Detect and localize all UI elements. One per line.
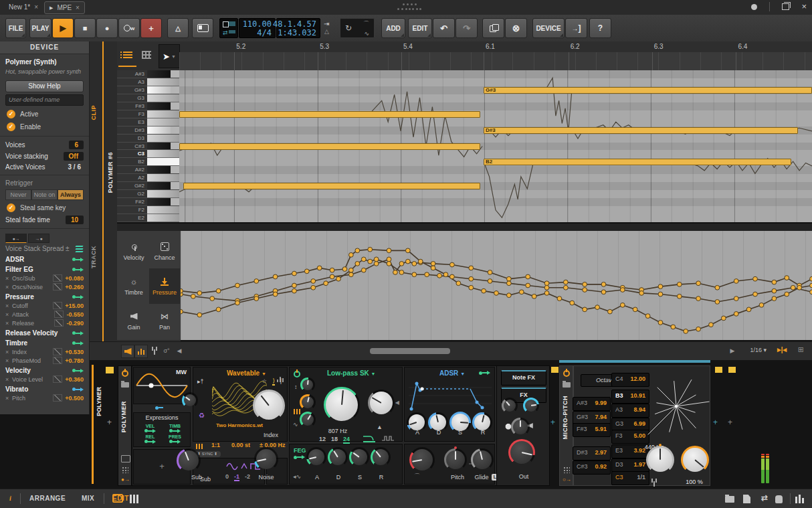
mod-target-oscs-noise[interactable]: ×Oscs/Noise+0.260 xyxy=(0,282,89,291)
record-button[interactable]: ● xyxy=(96,18,118,38)
mod-amount[interactable]: +0.080 xyxy=(65,275,84,282)
sub-octave-0[interactable]: 0 xyxy=(225,473,229,481)
curve-icon[interactable]: ∿ xyxy=(364,30,369,37)
pressure-point[interactable] xyxy=(311,285,316,290)
pressure-point[interactable] xyxy=(544,291,549,296)
retrig-icon[interactable]: ▸† xyxy=(197,378,204,385)
view-toggle-edit[interactable]: EDIT xyxy=(112,495,129,502)
show-help-button[interactable]: Show Help xyxy=(5,80,84,92)
remove-icon[interactable]: × xyxy=(5,395,12,402)
pressure-point[interactable] xyxy=(677,282,682,286)
pressure-point[interactable] xyxy=(412,262,417,266)
pressure-point[interactable] xyxy=(317,266,322,270)
close-window-button[interactable]: × xyxy=(801,3,807,11)
mix-knob[interactable] xyxy=(681,446,709,474)
mod-source-timbre[interactable]: Timbre xyxy=(0,337,89,347)
filter-keytrack-knob[interactable] xyxy=(300,394,316,410)
pressure-point[interactable] xyxy=(696,327,701,331)
white-key-rest[interactable] xyxy=(171,126,179,134)
mod-amount[interactable]: +15.00 xyxy=(65,303,84,309)
grid-dots-icon[interactable] xyxy=(122,467,128,473)
mod-curve-icon[interactable] xyxy=(53,302,62,309)
display-profile-button[interactable] xyxy=(192,18,213,38)
amp-a-knob[interactable] xyxy=(407,412,427,432)
pressure-point[interactable] xyxy=(810,276,812,281)
pressure-point[interactable] xyxy=(772,297,777,301)
pressure-point[interactable] xyxy=(696,281,701,286)
feg-d-knob[interactable] xyxy=(328,447,348,467)
play-button[interactable]: ▶ xyxy=(52,18,74,38)
view-toggle-arrange[interactable]: ARRANGE xyxy=(29,495,66,502)
active-toggle[interactable]: ✓Active xyxy=(0,108,89,120)
amp-d-knob[interactable] xyxy=(428,412,448,432)
pressure-point[interactable] xyxy=(336,276,341,281)
mod-curve-icon[interactable] xyxy=(53,283,62,290)
pressure-point[interactable] xyxy=(387,257,391,262)
mod-curve-icon[interactable] xyxy=(53,348,62,355)
add-device-button[interactable]: + xyxy=(107,418,112,427)
snap-value-dropdown[interactable]: 1/16 ▾ xyxy=(750,347,767,353)
pressure-point[interactable] xyxy=(785,276,789,280)
mod-source-velocity[interactable]: Velocity xyxy=(0,365,89,375)
pressure-point[interactable] xyxy=(772,288,777,293)
expression-tab-chance[interactable]: Chance xyxy=(149,234,180,269)
wavetable-name[interactable]: Two Harmonics.wt xyxy=(212,422,267,428)
glide-curve-icon[interactable]: ⌒ xyxy=(414,472,420,481)
expression-tab-pan[interactable]: ⋈Pan xyxy=(149,303,180,339)
pressure-point[interactable] xyxy=(810,290,812,294)
hold-mode-icon[interactable]: | xyxy=(280,377,282,384)
pressure-point[interactable] xyxy=(450,262,455,267)
pressure-point[interactable] xyxy=(355,248,360,253)
pressure-point[interactable] xyxy=(488,270,492,275)
audio-event-toggle[interactable] xyxy=(137,44,155,66)
pitch-cell-C#3[interactable]: C#30.92 xyxy=(573,460,611,475)
pressure-point[interactable] xyxy=(506,281,511,286)
help-button[interactable]: ? xyxy=(589,18,611,38)
pressure-point[interactable] xyxy=(324,281,328,286)
white-key-rest[interactable] xyxy=(171,198,179,205)
pressure-point[interactable] xyxy=(658,321,663,325)
remove-icon[interactable]: × xyxy=(5,376,12,383)
pressure-point[interactable] xyxy=(235,301,240,305)
expression-tab-timbre[interactable]: ☼Timbre xyxy=(118,268,149,304)
filter-shape-icons[interactable] xyxy=(362,434,401,442)
pressure-point[interactable] xyxy=(715,300,720,305)
pressure-point[interactable] xyxy=(734,297,738,301)
ref-freq-knob[interactable] xyxy=(646,446,674,474)
pressure-point[interactable] xyxy=(601,282,606,286)
pressure-point[interactable] xyxy=(532,294,536,299)
osc-detune-st[interactable]: 0.00 st xyxy=(231,442,250,448)
mod-target-osc-sub[interactable]: ×Osc/Sub+0.080 xyxy=(0,274,89,282)
pressure-point[interactable] xyxy=(412,272,417,277)
osc-shape-knob[interactable] xyxy=(182,392,198,408)
param-value[interactable]: 6 xyxy=(69,141,84,149)
pressure-point[interactable] xyxy=(431,266,435,270)
pressure-point[interactable] xyxy=(348,252,353,257)
pressure-point[interactable] xyxy=(399,262,404,266)
mod-amount[interactable]: +0.260 xyxy=(65,284,84,290)
project-tab-mpe[interactable]: ▶ MPE × xyxy=(44,1,85,14)
piano-key-C3[interactable] xyxy=(147,150,179,158)
filter-env-knob[interactable] xyxy=(300,412,316,428)
pressure-point[interactable] xyxy=(639,291,644,296)
edit-button[interactable]: EDIT xyxy=(408,18,432,38)
pressure-point[interactable] xyxy=(342,267,347,272)
sub-knob[interactable] xyxy=(177,448,201,473)
piano-key-B2[interactable] xyxy=(147,158,179,166)
out-knob[interactable] xyxy=(508,439,535,466)
pressure-point[interactable] xyxy=(443,272,448,277)
pressure-point[interactable] xyxy=(494,291,499,296)
pressure-point[interactable] xyxy=(469,276,474,281)
pressure-point[interactable] xyxy=(393,270,398,275)
env-mode-icon[interactable]: ⟩ xyxy=(272,377,275,386)
pressure-point[interactable] xyxy=(405,248,410,253)
feg-s-knob[interactable] xyxy=(349,447,369,467)
white-key-rest[interactable] xyxy=(171,102,179,110)
piano-key-A2[interactable] xyxy=(147,174,179,182)
expression-mod-pres[interactable]: PRES xyxy=(163,434,187,444)
pressure-point[interactable] xyxy=(583,307,587,312)
pressure-point[interactable] xyxy=(292,271,297,276)
piano-key-C#3[interactable] xyxy=(147,143,171,150)
enable-toggle[interactable]: ✓Enable xyxy=(0,120,89,133)
midi-note-B2[interactable]: B2 xyxy=(484,159,791,165)
